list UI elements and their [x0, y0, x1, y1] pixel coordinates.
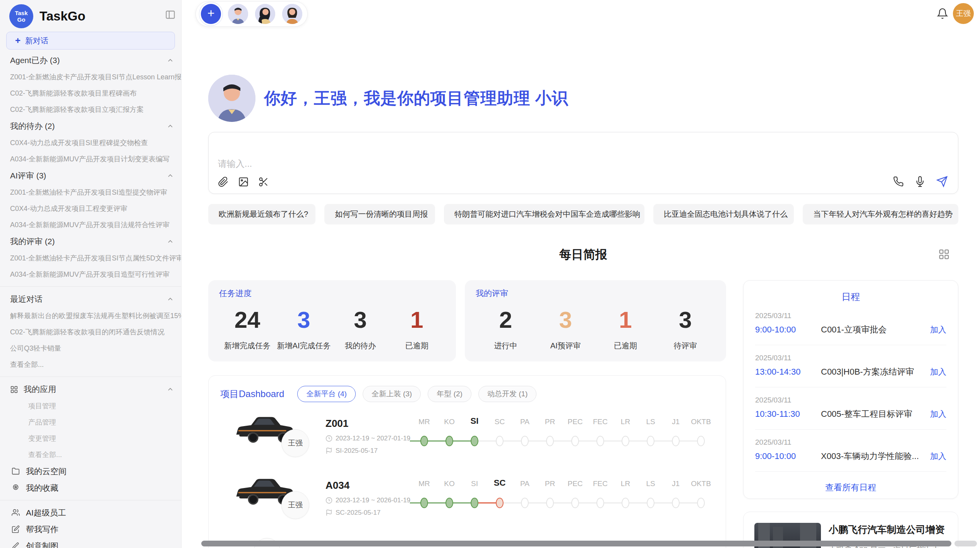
agent-done-item[interactable]: C02-飞腾新能源轻客改款项目立项汇报方案 [0, 101, 181, 118]
section-header-my-todo[interactable]: 我的待办 (2) [0, 118, 181, 135]
dashboard-title: 项目Dashboard [220, 388, 284, 400]
sidebar-item-help-me-write[interactable]: 帮我写作 [0, 521, 181, 538]
project-owner-badge: 王强 [281, 429, 309, 457]
scissors-icon[interactable] [258, 176, 269, 187]
notifications-bell-icon[interactable] [937, 8, 948, 19]
project-code: Z001 [326, 418, 348, 430]
ai-review-item[interactable]: Z001-全新燃油轻卡产品开发项目SI造型提交物评审 [0, 184, 181, 200]
add-assistant-button[interactable]: + [201, 4, 221, 24]
ai-review-item[interactable]: C0X4-动力总成开发项目工程变更评审 [0, 200, 181, 217]
recent-chat-item[interactable]: C02-飞腾新能源轻客改款项目的闭环通告反馈情况 [0, 324, 181, 340]
sidebar-item-cloud-space[interactable]: 我的云空间 [0, 463, 181, 480]
horizontal-scrollbar-end [954, 541, 977, 546]
section-header-ai-review[interactable]: AI评审 (3) [0, 167, 181, 184]
horizontal-scrollbar[interactable] [201, 541, 951, 546]
section-header-agent-done[interactable]: Agent已办 (3) [0, 52, 181, 69]
user-avatar[interactable]: 王强 [953, 3, 974, 24]
sidebar-item-ai-employees[interactable]: AI超级员工 [0, 504, 181, 521]
suggestion-chip[interactable]: 如何写一份清晰的项目周报 [324, 204, 435, 224]
recent-chat-item[interactable]: 解释最新出台的欧盟报废车法规再生塑料比例被调至15%... [0, 308, 181, 324]
layout-grid-icon[interactable] [938, 248, 950, 260]
sidebar-item-creative-drawing[interactable]: 创意制图 [0, 538, 181, 548]
tab-new-platform[interactable]: 全新平台 (4) [297, 386, 356, 402]
assistant-avatar-1[interactable] [228, 4, 248, 24]
milestone-node-pr [546, 436, 554, 446]
view-all-schedule-link[interactable]: 查看所有日程 [755, 472, 946, 503]
join-link[interactable]: 加入 [930, 324, 946, 335]
todo-item[interactable]: A034-全新新能源MUV产品开发项目计划变更表编写 [0, 151, 181, 167]
milestone-track: MRKOSISCPAPRPECFECLRLSJ1OKTB [410, 474, 716, 517]
milestone-node-ls [647, 498, 654, 508]
agent-done-item[interactable]: C02-飞腾新能源轻客改款项目里程碑画布 [0, 85, 181, 101]
milestone-label-oktb: OKTB [691, 480, 711, 488]
app-link[interactable]: 查看全部... [0, 447, 181, 463]
my-review-item[interactable]: A034-全新新能源MUV产品开发项目造型可行性评审 [0, 266, 181, 283]
stat-overdue: 1 已逾期 [389, 305, 445, 351]
schedule-item: 2025/03/11 9:00-10:00 X003-车辆动力学性能验... 加… [755, 430, 946, 472]
project-dates: 2023-12-19 ~ 2026-01-19 [326, 497, 410, 504]
recent-chat-item[interactable]: 查看全部... [0, 356, 181, 373]
schedule-time: 10:30-11:30 [755, 409, 821, 419]
suggestion-chip[interactable]: 比亚迪全固态电池计划具体说了什么 [653, 204, 794, 224]
assistant-avatar-2[interactable] [255, 4, 275, 24]
app-link[interactable]: 项目管理 [0, 398, 181, 414]
milestone-label-ls: LS [646, 418, 655, 426]
milestone-label-j1: J1 [672, 480, 680, 488]
suggestion-chip[interactable]: 特朗普可能对进口汽车增税会对中国车企造成哪些影响 [444, 204, 644, 224]
schedule-date: 2025/03/11 [755, 396, 946, 404]
milestone-label-fec: FEC [593, 418, 608, 426]
news-title: 小鹏飞行汽车制造公司增资 [829, 523, 947, 536]
milestone-node-pr [546, 498, 554, 508]
tab-new-body[interactable]: 全新上装 (3) [363, 386, 421, 402]
recent-chat-item[interactable]: 公司Q3轻卡销量 [0, 340, 181, 356]
message-composer[interactable]: 请输入... [208, 132, 958, 194]
tab-model-year[interactable]: 年型 (2) [428, 386, 471, 402]
microphone-icon[interactable] [915, 176, 925, 187]
suggestion-chip[interactable]: 当下年轻人对汽车外观有怎样的喜好趋势 [803, 204, 958, 224]
image-icon[interactable] [238, 176, 249, 187]
project-row-a034[interactable]: 王强 A034 2023-12-19 ~ 2026-01-19 SC-2025-… [216, 468, 719, 528]
schedule-date: 2025/03/11 [755, 354, 946, 362]
app-link[interactable]: 产品管理 [0, 414, 181, 430]
app-link[interactable]: 变更管理 [0, 430, 181, 447]
agent-done-item[interactable]: Z001-全新燃油皮卡产品开发项目SI节点Lesson Learn报告 [0, 69, 181, 85]
clock-icon [326, 497, 332, 504]
plus-icon: + [15, 35, 21, 46]
milestone-node-si [471, 498, 478, 508]
join-link[interactable]: 加入 [930, 451, 946, 462]
ai-review-item[interactable]: A034-全新新能源MUV产品开发项目法规符合性评审 [0, 217, 181, 233]
section-header-my-review[interactable]: 我的评审 (2) [0, 233, 181, 250]
stat-ai-pre-review: 3 AI预评审 [536, 305, 596, 351]
section-header-my-apps[interactable]: 我的应用 [0, 381, 181, 398]
milestone-label-pa: PA [520, 418, 529, 426]
project-code: A034 [326, 480, 350, 491]
milestone-label-si: SI [471, 480, 478, 488]
join-link[interactable]: 加入 [930, 409, 946, 420]
phone-call-icon[interactable] [893, 176, 904, 187]
milestone-label-pec: PEC [567, 480, 583, 488]
chevron-up-icon [166, 57, 174, 64]
project-row-z001[interactable]: 王强 Z001 2023-12-19 ~ 2027-01-19 SI-2025-… [216, 406, 719, 466]
section-header-recent-chats[interactable]: 最近对话 [0, 291, 181, 308]
task-progress-card: 任务进度 24 新增完成任务 3 新增AI完成任务 3 我的待办 1 已逾期 [208, 280, 456, 361]
send-icon[interactable] [936, 176, 948, 187]
composer-attachments [218, 176, 269, 187]
apps-grid-icon [10, 385, 18, 394]
tab-powertrain[interactable]: 动总开发 (1) [478, 386, 537, 402]
dashboard-tabs: 全新平台 (4) 全新上装 (3) 年型 (2) 动总开发 (1) [297, 386, 536, 402]
attachment-icon[interactable] [218, 176, 229, 187]
join-link[interactable]: 加入 [930, 366, 946, 377]
milestone-label-pa: PA [520, 480, 529, 488]
schedule-time: 9:00-10:00 [755, 325, 821, 335]
milestone-node-mr [420, 436, 428, 446]
sidebar-collapse-icon[interactable] [165, 9, 176, 20]
flag-icon [326, 447, 332, 454]
todo-item[interactable]: C0X4-动力总成开发项目SI里程碑提交物检查 [0, 135, 181, 151]
assistant-avatar-3[interactable] [282, 4, 302, 24]
suggestion-chip[interactable]: 欧洲新规最近颁布了什么? [208, 204, 315, 224]
schedule-title: 日程 [755, 291, 946, 303]
new-chat-button[interactable]: + 新对话 [6, 32, 175, 50]
sidebar-item-favorites[interactable]: 我的收藏 [0, 480, 181, 496]
app-title: TaskGo [39, 9, 86, 24]
my-review-item[interactable]: Z001-全新燃油轻卡产品开发项目SI节点属性5D文件评审 [0, 250, 181, 266]
